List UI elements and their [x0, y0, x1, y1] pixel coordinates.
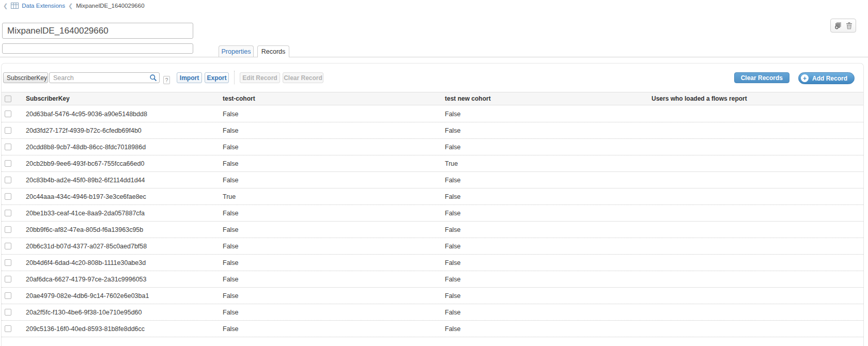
clear-record-button[interactable]: Clear Record [283, 72, 323, 83]
clear-records-button[interactable]: Clear Records [734, 72, 789, 83]
row-checkbox[interactable] [5, 325, 11, 332]
row-checkbox[interactable] [5, 144, 11, 150]
help-icon[interactable]: ? [163, 76, 170, 84]
cell-subscriberkey: 20af6dca-6627-4179-97ce-2a31c9996053 [26, 276, 223, 283]
cell-test-new-cohort: False [445, 193, 652, 200]
breadcrumb-current: MixpanelDE_1640029660 [76, 3, 144, 9]
cell-test-cohort: False [223, 292, 445, 300]
breadcrumb-data-extensions-link[interactable]: Data Extensions [22, 3, 65, 9]
row-checkbox[interactable] [5, 259, 11, 266]
cell-subscriberkey: 20b4d6f4-6dad-4c20-808b-1111e30abe3d [26, 259, 223, 266]
import-button[interactable]: Import [177, 72, 202, 83]
table-row[interactable]: 20d63baf-5476-4c95-9036-a90e5148bdd8 Fal… [2, 106, 863, 122]
extension-description-field[interactable] [2, 43, 193, 54]
select-all-checkbox[interactable] [5, 96, 11, 102]
cell-subscriberkey: 20cdd8b8-9cb7-48db-86cc-8fdc7018986d [26, 144, 223, 151]
cell-test-cohort: False [223, 259, 445, 266]
table-row[interactable]: 20cdd8b8-9cb7-48db-86cc-8fdc7018986d Fal… [2, 139, 863, 155]
row-checkbox[interactable] [5, 127, 11, 134]
cell-test-cohort: False [223, 144, 445, 151]
table-row[interactable]: 20b4d6f4-6dad-4c20-808b-1111e30abe3d Fal… [2, 255, 863, 271]
table-row[interactable]: 20be1b33-ceaf-41ce-8aa9-2da057887cfa Fal… [2, 205, 863, 222]
breadcrumb-separator-icon: ❮ [68, 3, 73, 9]
column-header-subscriberkey[interactable]: SubscriberKey [26, 95, 223, 102]
edit-record-button[interactable]: Edit Record [240, 72, 280, 83]
cell-subscriberkey: 20cb2bb9-9ee6-493f-bc67-755fcca66ed0 [26, 160, 223, 167]
cell-test-cohort: False [223, 276, 445, 283]
cell-test-new-cohort: False [445, 276, 652, 283]
cell-test-new-cohort: False [445, 292, 652, 300]
tab-properties[interactable]: Properties [219, 45, 254, 57]
table-row[interactable]: 20b6c31d-b07d-4377-a027-85c0aed7bf58 Fal… [2, 238, 863, 255]
cell-subscriberkey: 20d3fd27-172f-4939-b72c-6cfedb69f4b0 [26, 127, 223, 134]
breadcrumb: ❮ Data Extensions ❮ MixpanelDE_164002966… [3, 2, 145, 10]
table-header-row: SubscriberKey test-cohort test new cohor… [2, 92, 863, 105]
cell-subscriberkey: 209c5136-16f0-40ed-8593-81b8fe8dd6cc [26, 325, 223, 333]
data-extensions-icon [11, 3, 19, 9]
table-row[interactable]: 20d3fd27-172f-4939-b72c-6cfedb69f4b0 Fal… [2, 122, 863, 139]
cell-test-new-cohort: False [445, 210, 652, 217]
table-row[interactable]: 20af6dca-6627-4179-97ce-2a31c9996053 Fal… [2, 271, 863, 288]
cell-test-cohort: False [223, 127, 445, 134]
search-box [49, 72, 160, 83]
table-row[interactable]: 20a2f5fc-f130-4be6-9f38-10e710e95d60 Fal… [2, 304, 863, 321]
cell-test-new-cohort: True [445, 160, 652, 167]
export-button[interactable]: Export [205, 72, 229, 83]
row-checkbox[interactable] [5, 292, 11, 299]
cell-test-new-cohort: False [445, 325, 652, 333]
column-header-test-new-cohort[interactable]: test new cohort [445, 95, 652, 102]
cell-subscriberkey: 20be1b33-ceaf-41ce-8aa9-2da057887cfa [26, 210, 223, 217]
cell-subscriberkey: 20c44aaa-434c-4946-b197-3e3ce6fae8ec [26, 193, 223, 200]
row-checkbox[interactable] [5, 177, 11, 183]
cell-test-cohort: False [223, 177, 445, 184]
copy-icon[interactable] [834, 22, 842, 29]
search-input[interactable] [49, 72, 160, 83]
cell-test-new-cohort: False [445, 309, 652, 316]
search-field-value: SubscriberKey [7, 74, 47, 82]
add-record-button[interactable]: + Add Record [798, 72, 855, 84]
cell-test-new-cohort: False [445, 144, 652, 151]
cell-test-cohort: False [223, 325, 445, 333]
row-checkbox[interactable] [5, 226, 11, 233]
cell-subscriberkey: 20d63baf-5476-4c95-9036-a90e5148bdd8 [26, 111, 223, 118]
cell-test-new-cohort: False [445, 177, 652, 184]
cell-test-new-cohort: False [445, 226, 652, 233]
add-record-label: Add Record [812, 75, 847, 82]
cell-test-cohort: False [223, 226, 445, 233]
cell-test-new-cohort: False [445, 243, 652, 250]
table-row[interactable]: 20c83b4b-ad2e-45f0-89b2-6f2114dd1d44 Fal… [2, 172, 863, 188]
table-row[interactable]: 20ae4979-082e-4db6-9c14-7602e6e03ba1 Fal… [2, 288, 863, 304]
column-header-test-cohort[interactable]: test-cohort [223, 95, 445, 102]
extension-name-field[interactable] [2, 23, 193, 39]
tab-divider [0, 57, 868, 57]
cell-subscriberkey: 20ae4979-082e-4db6-9c14-7602e6e03ba1 [26, 292, 223, 300]
table-row[interactable]: 209c5136-16f0-40ed-8593-81b8fe8dd6cc Fal… [2, 321, 863, 337]
delete-icon[interactable] [846, 22, 853, 29]
cell-test-new-cohort: False [445, 111, 652, 118]
plus-icon: + [801, 74, 809, 82]
row-checkbox[interactable] [5, 309, 11, 316]
column-header-users-flows-report[interactable]: Users who loaded a flows report [652, 95, 863, 102]
toolbar-separator [234, 71, 235, 84]
table-body: 20d63baf-5476-4c95-9036-a90e5148bdd8 Fal… [2, 106, 863, 337]
row-checkbox[interactable] [5, 276, 11, 282]
back-chevron-icon[interactable]: ❮ [3, 3, 8, 9]
row-checkbox[interactable] [5, 243, 11, 249]
cell-subscriberkey: 20bb9f6c-af82-47ea-805d-f6a13963c95b [26, 226, 223, 233]
records-panel: SubscriberKey ▾ ? Import Export Edit Rec… [1, 63, 864, 346]
search-icon[interactable] [149, 74, 158, 82]
cell-subscriberkey: 20a2f5fc-f130-4be6-9f38-10e710e95d60 [26, 309, 223, 316]
cell-test-cohort: True [223, 193, 445, 200]
table-row[interactable]: 20bb9f6c-af82-47ea-805d-f6a13963c95b Fal… [2, 222, 863, 238]
tab-records[interactable]: Records [257, 45, 289, 57]
row-checkbox[interactable] [5, 210, 11, 216]
records-toolbar: SubscriberKey ▾ ? Import Export Edit Rec… [3, 72, 859, 85]
table-row[interactable]: 20cb2bb9-9ee6-493f-bc67-755fcca66ed0 Fal… [2, 155, 863, 172]
row-checkbox[interactable] [5, 193, 11, 200]
row-checkbox[interactable] [5, 111, 11, 117]
row-checkbox[interactable] [5, 160, 11, 167]
cell-subscriberkey: 20c83b4b-ad2e-45f0-89b2-6f2114dd1d44 [26, 177, 223, 184]
cell-test-cohort: False [223, 111, 445, 118]
search-field-dropdown[interactable]: SubscriberKey ▾ [3, 72, 48, 83]
table-row[interactable]: 20c44aaa-434c-4946-b197-3e3ce6fae8ec Tru… [2, 188, 863, 205]
